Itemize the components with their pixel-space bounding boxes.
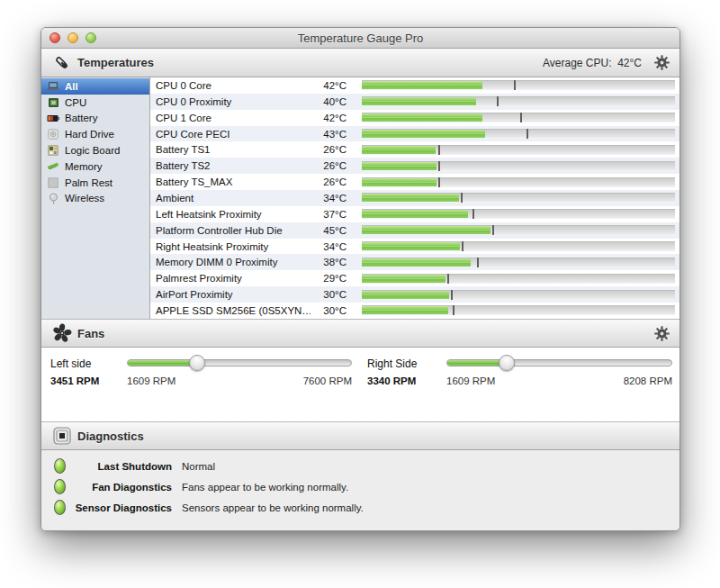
temperature-max-tick [451,290,453,300]
sensor-temperature: 40°C [310,96,346,107]
temperature-bar [362,193,675,203]
temperatures-panel: All CPU Battery Hard Drive Logic Board M… [41,77,680,319]
diagnostic-row: Sensor Diagnostics Sensors appear to be … [41,497,680,518]
temperature-max-tick [438,161,440,171]
temperature-bar [362,96,675,106]
temperature-max-tick [462,241,464,251]
diagnostic-status: Sensors appear to be working normally. [182,502,364,513]
temperature-bar-fill [362,162,436,170]
sensor-temperature: 34°C [310,241,346,252]
sensor-temperature: 43°C [310,129,346,140]
sensor-row[interactable]: CPU 0 Proximity 40°C [150,94,680,110]
sensor-row[interactable]: Memory DIMM 0 Proximity 38°C [150,254,680,270]
sidebar-item-hard-drive[interactable]: Hard Drive [41,126,149,142]
sidebar-item-palm-rest[interactable]: Palm Rest [41,175,149,191]
sensor-temperature: 38°C [310,257,346,267]
status-led-icon [54,458,66,474]
diagnostic-row: Last Shutdown Normal [41,456,680,476]
sensor-row[interactable]: AirPort Proximity 30°C [150,286,680,303]
sensor-temperature: 30°C [310,289,346,300]
sensor-row[interactable]: Battery TS2 26°C [150,158,680,174]
sensor-row[interactable]: Battery TS1 26°C [150,141,680,158]
temperature-max-tick [492,225,494,235]
temperature-bar [362,177,675,187]
temperature-bar [362,305,675,315]
sensor-list: CPU 0 Core 42°C CPU 0 Proximity 40°C CPU… [150,77,680,319]
temperature-bar-fill [362,81,482,89]
temperature-max-tick [526,129,528,139]
status-led-icon [54,500,66,515]
fan-min-rpm: 1609 RPM [446,375,495,386]
fan-max-rpm: 8208 RPM [600,375,672,386]
fan-speed-slider[interactable] [127,359,352,366]
temperature-bar [362,274,675,284]
temperature-bar-fill [362,275,446,283]
sensor-row[interactable]: Battery TS_MAX 26°C [150,174,680,190]
sidebar-item-logic-board[interactable]: Logic Board [41,142,149,158]
app-window: Temperature Gauge Pro Temperatures Avera… [40,27,680,531]
laptop-icon [46,80,60,92]
sensor-row[interactable]: APPLE SSD SM256E (0S5XYN… 30°C [150,303,680,319]
sidebar-item-label: Logic Board [65,145,120,156]
sensor-temperature: 37°C [310,209,346,220]
diagnostics-header: Diagnostics [41,421,680,450]
sensor-row[interactable]: CPU 1 Core 42°C [150,110,680,126]
fan-max-rpm: 7600 RPM [280,375,352,386]
sensor-name: Battery TS1 [156,144,310,155]
sidebar-item-wireless[interactable]: Wireless [41,191,149,207]
sensor-row[interactable]: Right Heatsink Proximity 34°C [150,239,680,255]
window-title: Temperature Gauge Pro [41,32,680,45]
temperatures-settings-gear-icon[interactable] [652,54,670,72]
temperature-max-tick [461,193,463,203]
sensor-row[interactable]: Left Heatsink Proximity 37°C [150,206,680,222]
temperature-max-tick [520,113,522,122]
sidebar-item-memory[interactable]: Memory [41,158,149,175]
sidebar-item-all[interactable]: All [41,78,149,95]
temperature-max-tick [453,305,454,315]
fan-slider-knob[interactable] [499,355,515,371]
temperature-bar-fill [362,226,490,234]
fan-speed-slider[interactable] [446,359,672,366]
sensor-row[interactable]: CPU Core PECI 43°C [150,126,680,142]
fan-slider-knob[interactable] [189,355,205,371]
fan-min-rpm: 1609 RPM [127,375,176,386]
battery-icon [46,113,60,124]
temperature-max-tick [438,177,440,187]
sidebar-item-cpu[interactable]: CPU [41,95,149,111]
temperature-bar [362,145,675,155]
sidebar-item-label: Battery [65,113,97,123]
sensor-name: APPLE SSD SM256E (0S5XYN… [156,305,310,316]
sensor-name: Left Heatsink Proximity [156,209,310,220]
sensor-name: Palmrest Proximity [156,273,310,284]
sensor-row[interactable]: CPU 0 Core 42°C [150,77,680,94]
window-titlebar[interactable]: Temperature Gauge Pro [41,28,680,49]
sensor-row[interactable]: Platform Controller Hub Die 45°C [150,222,680,239]
cpu-icon [46,96,60,108]
sensor-name: Battery TS_MAX [156,176,310,187]
hard-drive-icon [46,129,60,140]
sensor-row[interactable]: Palmrest Proximity 29°C [150,270,680,286]
logic-board-icon [46,145,60,157]
temperature-max-tick [447,274,449,284]
palm-rest-icon [46,176,60,188]
sidebar-item-label: Wireless [65,193,104,204]
sensor-row[interactable]: Ambient 34°C [150,190,680,206]
sensor-name: CPU 0 Core [156,80,310,91]
fans-settings-gear-icon[interactable] [652,324,670,342]
sensor-category-sidebar: All CPU Battery Hard Drive Logic Board M… [41,77,150,319]
temperature-max-tick [497,96,499,106]
temperature-bar [362,241,675,251]
sidebar-item-battery[interactable]: Battery [41,111,149,127]
sensor-name: Platform Controller Hub Die [156,225,310,236]
temperature-bar-fill [362,258,471,267]
sensor-temperature: 30°C [310,305,346,316]
sensor-temperature: 29°C [310,273,346,284]
chip-icon [50,426,74,446]
temperature-bar [362,290,675,300]
temperature-bar-fill [362,242,460,250]
temperature-bar [362,129,675,139]
fan-icon [50,323,74,343]
sensor-name: CPU Core PECI [156,129,310,140]
temperature-bar [362,225,675,235]
sensor-temperature: 45°C [310,225,346,236]
